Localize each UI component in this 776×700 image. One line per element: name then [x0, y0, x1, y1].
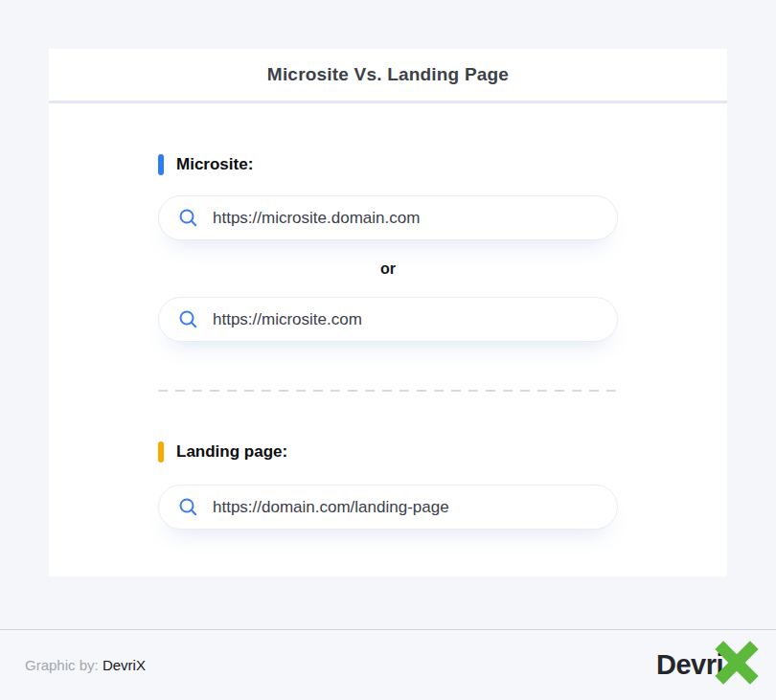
microsite-section-label: Microsite: [158, 154, 618, 175]
page-title: Microsite Vs. Landing Page [267, 64, 509, 85]
search-icon [178, 208, 198, 228]
url-text: https://domain.com/landing-page [213, 498, 449, 517]
microsite-url-field-2[interactable]: https://microsite.com [158, 297, 618, 342]
url-text: https://microsite.com [213, 310, 362, 329]
landing-page-section-label: Landing page: [158, 441, 618, 463]
credit-prefix: Graphic by: [25, 657, 99, 673]
microsite-accent-bar [158, 154, 164, 175]
microsite-url-field-1[interactable]: https://microsite.domain.com [158, 195, 618, 240]
landing-page-label: Landing page: [176, 442, 287, 462]
comparison-card: Microsite Vs. Landing Page Microsite: ht… [49, 49, 727, 576]
url-text: https://microsite.domain.com [213, 209, 420, 228]
credit-text: Graphic by: DevriX [25, 657, 146, 673]
search-icon [178, 309, 198, 329]
microsite-label: Microsite: [176, 155, 253, 174]
card-body: Microsite: https://microsite.domain.com … [49, 103, 727, 530]
credit-name: DevriX [103, 657, 146, 673]
landing-page-section: Landing page: https://domain.com/landing… [158, 441, 618, 530]
landing-page-url-field[interactable]: https://domain.com/landing-page [158, 485, 618, 530]
footer-bar: Graphic by: DevriX Devri [0, 629, 776, 700]
devrix-x-icon [715, 641, 759, 685]
dashed-divider [158, 390, 618, 392]
devrix-logo: Devri [656, 644, 759, 688]
search-icon [178, 497, 198, 517]
microsite-section: Microsite: https://microsite.domain.com … [158, 154, 618, 342]
card-header: Microsite Vs. Landing Page [49, 49, 727, 103]
or-connector: or [158, 260, 618, 278]
devrix-logo-text: Devri [656, 649, 723, 681]
landing-page-accent-bar [158, 441, 164, 463]
